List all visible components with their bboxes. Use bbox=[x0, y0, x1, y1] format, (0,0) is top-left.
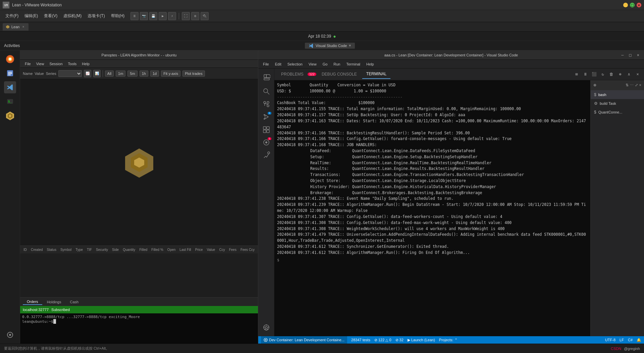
pmenu-file[interactable]: File bbox=[22, 61, 34, 67]
terminal-area[interactable]: 0.0.32777->8888/tcp ...32777->8888/tcp e… bbox=[20, 313, 258, 344]
chart-icon-btn1[interactable]: 📈 bbox=[84, 70, 91, 77]
sidebar-sort-icon[interactable]: ⇅ bbox=[626, 83, 629, 87]
vm-tab-close[interactable]: × bbox=[22, 25, 24, 29]
tab-terminal-active[interactable]: TERMINAL bbox=[362, 70, 391, 79]
panel-split-icon[interactable]: ⊞ bbox=[573, 71, 580, 78]
activity-run-debug[interactable]: 1 bbox=[260, 111, 272, 123]
tab-orders[interactable]: Orders bbox=[23, 299, 42, 305]
lean-sidebar-terminal-icon[interactable]: $_ bbox=[4, 95, 16, 107]
pmenu-help[interactable]: Help bbox=[79, 61, 92, 67]
btn-1m[interactable]: 1m bbox=[116, 71, 125, 77]
vm-toolbar-fullscreen[interactable]: ⛶ bbox=[182, 12, 190, 20]
statusbar-lang[interactable]: C# bbox=[628, 338, 633, 342]
svg-point-28 bbox=[264, 118, 265, 120]
statusbar-eol[interactable]: LF bbox=[620, 338, 624, 342]
terminal-trace-18: 20240418 09:37:41.307 TRACE:: Config.Get… bbox=[277, 214, 588, 220]
vscode-maximize[interactable]: □ bbox=[627, 52, 634, 58]
statusbar-projects[interactable]: Projects: ⌃ bbox=[439, 338, 458, 342]
vm-toolbar-suspend[interactable]: 💾 bbox=[149, 12, 157, 20]
pmenu-session[interactable]: Session bbox=[47, 61, 65, 67]
minimize-button[interactable]: _ bbox=[623, 3, 628, 7]
vm-menu-vm[interactable]: 虚拟机(M) bbox=[61, 12, 84, 20]
sidebar-more-icon[interactable]: ⋯ bbox=[630, 83, 634, 87]
vscode-menu-go[interactable]: Go bbox=[320, 61, 330, 67]
panel-new-terminal-icon[interactable]: ⊕ bbox=[616, 71, 624, 78]
activity-settings[interactable] bbox=[260, 321, 272, 334]
btn-1d[interactable]: 1d bbox=[150, 71, 159, 77]
panel-chevron-icon[interactable]: ∧ bbox=[625, 71, 633, 78]
vm-menu-edit[interactable]: 编辑(E) bbox=[22, 12, 41, 20]
btn-1h[interactable]: 1h bbox=[140, 71, 148, 77]
vscode-menu-help[interactable]: Help bbox=[364, 61, 377, 67]
panel-pause-icon[interactable]: ⏸ bbox=[582, 71, 589, 78]
activity-explorer[interactable] bbox=[260, 71, 272, 83]
panel-entry-build[interactable]: ⚙ build Task bbox=[591, 99, 644, 108]
vscode-close[interactable]: × bbox=[635, 52, 641, 58]
panel-kill-icon[interactable]: ⬛ bbox=[590, 71, 598, 78]
vscode-menu-terminal[interactable]: Terminal bbox=[344, 61, 363, 67]
btn-5m[interactable]: 5m bbox=[127, 71, 137, 77]
lean-sidebar-files-icon[interactable] bbox=[4, 67, 16, 79]
panel-entry-quantconn[interactable]: $ QuantConne... bbox=[591, 108, 644, 117]
activities-btn[interactable]: Activities bbox=[4, 43, 20, 48]
vm-tab-lean[interactable]: Lean × bbox=[3, 23, 29, 31]
lean-sidebar-firefox-icon[interactable] bbox=[4, 53, 16, 65]
sidebar-expand-icon[interactable]: ⤢ bbox=[635, 83, 638, 87]
statusbar-tests[interactable]: 28347 tests bbox=[351, 338, 370, 342]
vm-menu-file[interactable]: 文件(F) bbox=[3, 12, 21, 20]
chart-icon-btn2[interactable]: 📊 bbox=[93, 70, 101, 77]
tab-cash[interactable]: Cash bbox=[66, 299, 83, 305]
btn-all[interactable]: All bbox=[105, 71, 114, 77]
activity-remote[interactable]: 1 bbox=[260, 136, 272, 148]
lean-sidebar-settings-icon[interactable] bbox=[4, 329, 16, 341]
svg-point-5 bbox=[9, 58, 11, 60]
svg-point-35 bbox=[268, 152, 270, 154]
btn-plot-trades[interactable]: Plot trades bbox=[182, 71, 205, 77]
statusbar-launch[interactable]: ▶ Launch (Lean) bbox=[408, 338, 435, 342]
activity-test[interactable] bbox=[260, 149, 272, 161]
statusbar-errors[interactable]: ⊘ 122 △ 0 bbox=[374, 338, 391, 342]
activity-extensions[interactable] bbox=[260, 124, 272, 136]
sidebar-close-icon[interactable]: × bbox=[639, 83, 641, 87]
vscode-menu-file[interactable]: File bbox=[260, 61, 272, 67]
statusbar-notifications[interactable]: 🔔 bbox=[637, 338, 641, 342]
vscode-terminal[interactable]: Symbol Quantity Conversion = Value in US… bbox=[274, 80, 590, 336]
sidebar-add-icon[interactable]: ⊕ bbox=[593, 83, 596, 87]
vm-toolbar-snapshot[interactable]: 📷 bbox=[140, 12, 148, 20]
pmenu-tools[interactable]: Tools bbox=[65, 61, 79, 67]
panel-trash-icon[interactable]: 🗑 bbox=[608, 71, 615, 78]
pmenu-view[interactable]: View bbox=[34, 61, 47, 67]
statusbar-remote[interactable]: Dev Container: Lean Development Containe… bbox=[261, 336, 347, 344]
vscode-taskbar-btn[interactable]: Visual Studio Code ▼ bbox=[305, 43, 355, 49]
panel-entry-bash[interactable]: $ bash bbox=[591, 90, 644, 99]
chart-series-select[interactable] bbox=[58, 70, 82, 77]
vm-toolbar-power2[interactable]: ⚡ bbox=[168, 12, 176, 20]
vscode-menu-view[interactable]: View bbox=[306, 61, 319, 67]
vm-toolbar-power[interactable]: ▶ bbox=[159, 12, 167, 20]
activity-source-control[interactable] bbox=[260, 98, 272, 110]
vm-toolbar-pause[interactable]: ⏸ bbox=[130, 12, 139, 20]
panel-close-icon[interactable]: × bbox=[634, 71, 641, 78]
statusbar-encoding[interactable]: UTF-8 bbox=[605, 338, 615, 342]
tab-holdings[interactable]: Holdings bbox=[43, 299, 65, 305]
vm-toolbar-usb[interactable]: 🔌 bbox=[201, 12, 209, 20]
maximize-button[interactable]: □ bbox=[630, 3, 635, 7]
vm-toolbar-settings[interactable]: ⚙ bbox=[191, 12, 199, 20]
vm-menu-tabs[interactable]: 选项卡(T) bbox=[85, 12, 107, 20]
vm-menu-help[interactable]: 帮助(H) bbox=[108, 12, 127, 20]
close-button[interactable]: × bbox=[637, 3, 641, 7]
lean-sidebar-qc-icon[interactable] bbox=[4, 109, 16, 122]
btn-fit-y[interactable]: Fit y-axis bbox=[161, 71, 180, 77]
vscode-menu-run[interactable]: Run bbox=[331, 61, 343, 67]
activity-search[interactable] bbox=[260, 85, 272, 97]
svg-point-25 bbox=[267, 105, 269, 107]
statusbar-warnings[interactable]: ⊘ 32 bbox=[395, 338, 404, 342]
vscode-menu-edit[interactable]: Edit bbox=[272, 61, 284, 67]
tab-debug-console[interactable]: DEBUG CONSOLE bbox=[318, 70, 361, 79]
tab-problems[interactable]: PROBLEMS bbox=[277, 70, 308, 79]
vscode-menu-selection[interactable]: Selection bbox=[285, 61, 305, 67]
vscode-minimize[interactable]: – bbox=[619, 52, 626, 58]
vm-menu-view[interactable]: 查看(V) bbox=[41, 12, 60, 20]
panel-restart-icon[interactable]: ↻ bbox=[599, 71, 606, 78]
lean-sidebar-vscode-icon[interactable] bbox=[4, 81, 16, 93]
